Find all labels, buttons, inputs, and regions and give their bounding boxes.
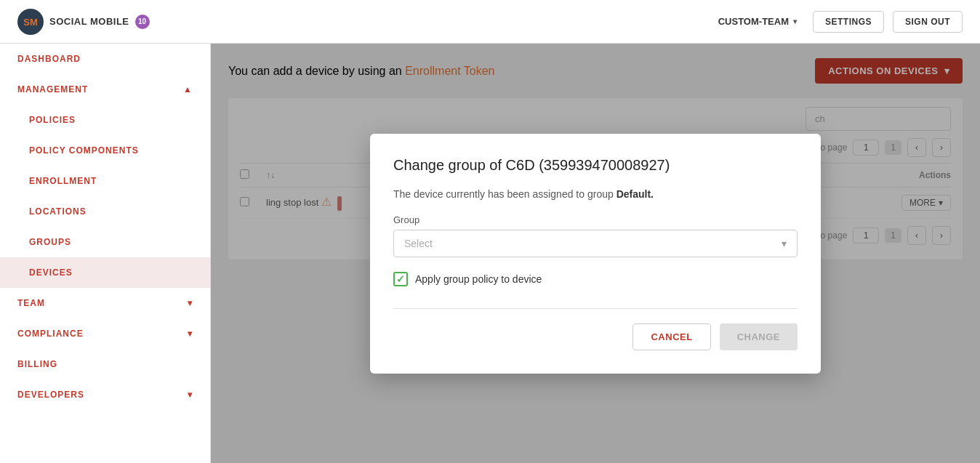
select-placeholder: Select <box>404 238 433 249</box>
chevron-down-icon: ▾ <box>188 298 193 308</box>
chevron-down-icon: ▾ <box>793 17 797 25</box>
sidebar-item-label: DEVELOPERS <box>17 390 84 400</box>
signout-button[interactable]: SIGN OUT <box>893 11 963 33</box>
sidebar-item-locations[interactable]: LOCATIONS <box>0 196 210 227</box>
sidebar-item-label: DEVICES <box>29 267 73 278</box>
sidebar-item-label: POLICY COMPONENTS <box>29 145 139 156</box>
sidebar-item-management[interactable]: MANAGEMENT ▲ <box>0 74 210 105</box>
sidebar-item-devices[interactable]: DEVICES <box>0 257 210 288</box>
modal-divider <box>393 308 798 309</box>
logo-icon: SM <box>17 9 44 35</box>
layout: DASHBOARD MANAGEMENT ▲ POLICIES POLICY C… <box>0 44 980 463</box>
header: SM SOCIAL MOBILE 10 CUSTOM-TEAM ▾ SETTIN… <box>0 0 980 44</box>
sidebar-item-label: POLICIES <box>29 115 76 125</box>
chevron-down-icon: ▾ <box>188 329 193 339</box>
sidebar-item-compliance[interactable]: COMPLIANCE ▾ <box>0 318 210 349</box>
modal-current-group: Default. <box>616 188 654 200</box>
group-select[interactable]: Select ▾ <box>393 230 798 257</box>
sidebar-item-label: LOCATIONS <box>29 206 87 217</box>
settings-button[interactable]: SETTINGS <box>813 11 884 33</box>
sidebar-item-label: GROUPS <box>29 237 71 247</box>
modal-overlay: Change group of C6D (359939470008927) Th… <box>211 44 980 463</box>
sidebar-item-label: COMPLIANCE <box>17 329 84 339</box>
apply-policy-row: ✓ Apply group policy to device <box>393 272 798 286</box>
team-selector[interactable]: CUSTOM-TEAM ▾ <box>711 12 804 31</box>
sidebar-item-policies[interactable]: POLICIES <box>0 105 210 135</box>
chevron-down-icon: ▾ <box>782 238 787 249</box>
modal-actions: CANCEL CHANGE <box>393 323 798 350</box>
group-label: Group <box>393 214 798 225</box>
main-content: You can add a device by using an Enrollm… <box>211 44 980 463</box>
sidebar-item-billing[interactable]: BILLING <box>0 349 210 379</box>
sidebar: DASHBOARD MANAGEMENT ▲ POLICIES POLICY C… <box>0 44 211 463</box>
change-button[interactable]: CHANGE <box>720 323 798 350</box>
apply-policy-label: Apply group policy to device <box>415 273 542 285</box>
modal-desc-prefix: The device currently has been assigned t… <box>393 188 614 200</box>
chevron-up-icon: ▲ <box>183 84 193 94</box>
modal-description: The device currently has been assigned t… <box>393 188 798 200</box>
modal-title: Change group of C6D (359939470008927) <box>393 157 798 174</box>
sidebar-item-policy-components[interactable]: POLICY COMPONENTS <box>0 135 210 166</box>
sidebar-item-label: TEAM <box>17 298 45 308</box>
checkmark-icon: ✓ <box>396 273 405 285</box>
sidebar-item-enrollment[interactable]: ENROLLMENT <box>0 166 210 196</box>
sidebar-item-developers[interactable]: DEVELOPERS ▾ <box>0 379 210 410</box>
logo-badge: 10 <box>135 15 150 29</box>
sidebar-item-dashboard[interactable]: DASHBOARD <box>0 44 210 74</box>
sidebar-item-label: MANAGEMENT <box>17 84 88 94</box>
header-right: CUSTOM-TEAM ▾ SETTINGS SIGN OUT <box>711 11 963 33</box>
team-label: CUSTOM-TEAM <box>718 16 789 27</box>
cancel-button[interactable]: CANCEL <box>632 323 710 350</box>
sidebar-item-team[interactable]: TEAM ▾ <box>0 288 210 318</box>
sidebar-item-label: DASHBOARD <box>17 54 81 64</box>
logo-text: SOCIAL MOBILE <box>49 16 129 27</box>
chevron-down-icon: ▾ <box>188 390 193 400</box>
change-group-modal: Change group of C6D (359939470008927) Th… <box>370 134 821 374</box>
apply-policy-checkbox[interactable]: ✓ <box>393 272 408 286</box>
logo: SM SOCIAL MOBILE 10 <box>17 9 150 35</box>
svg-text:SM: SM <box>23 17 38 28</box>
sidebar-item-label: ENROLLMENT <box>29 176 97 186</box>
group-select-wrapper: Select ▾ <box>393 230 798 257</box>
sidebar-item-label: BILLING <box>17 359 57 369</box>
sidebar-item-groups[interactable]: GROUPS <box>0 227 210 257</box>
